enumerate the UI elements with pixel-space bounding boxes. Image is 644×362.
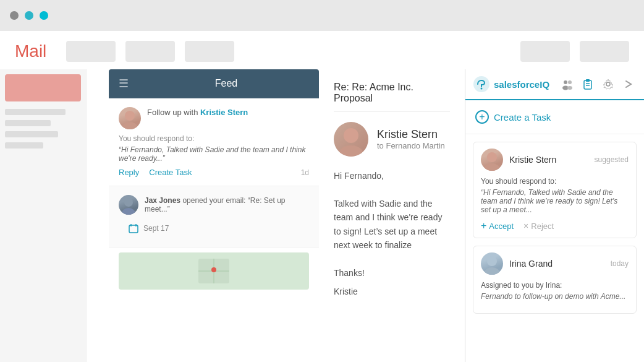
feed-respond-label-1: You should respond to: [119, 134, 309, 143]
clipboard-svg [582, 78, 594, 90]
kristie-avatar-svg [119, 107, 141, 129]
email-sender-row: Kristie Stern to Fernando Martin [334, 122, 450, 157]
calendar-icon [129, 223, 138, 233]
sfiq-gear-icon[interactable] [601, 75, 616, 93]
feed-item-2-header: Jax Jones opened your email: “Re: Set up… [119, 195, 309, 215]
create-task-label: Create a Task [494, 112, 551, 123]
suggestion-card-1-header: Kristie Stern suggested [473, 142, 636, 177]
suggestion-respond-label: You should respond to: [481, 177, 629, 186]
email-line-1: Hi Fernando, [334, 169, 450, 183]
jax-avatar-svg [119, 195, 138, 215]
traffic-light-minimize[interactable] [25, 11, 33, 20]
app-title: Mail [15, 41, 46, 61]
suggestion-actions-1: + Accept × Reject [481, 220, 629, 231]
suggestion-meta-2: today [611, 259, 629, 268]
svg-point-24 [487, 152, 497, 162]
svg-point-12 [339, 145, 363, 157]
accept-label: Accept [489, 222, 514, 231]
svg-point-18 [567, 86, 572, 90]
nav-btn-4[interactable] [520, 41, 570, 62]
compose-button-area[interactable] [5, 74, 81, 101]
feed-action-2: opened your email: [182, 196, 247, 205]
create-task-button[interactable]: + Create a Task [465, 100, 644, 134]
accept-plus-icon: + [481, 220, 486, 231]
sidebar-strip-3 [5, 131, 58, 137]
svg-point-27 [484, 267, 500, 275]
nav-btn-2[interactable] [125, 41, 175, 62]
sfiq-logo-text: salesforceIQ [494, 79, 549, 90]
svg-point-23 [606, 82, 610, 86]
sfiq-panel: salesforceIQ [465, 69, 644, 362]
email-body: Hi Fernando, Talked with Sadie and the t… [334, 169, 450, 299]
svg-point-3 [122, 208, 135, 215]
traffic-light-fullscreen[interactable] [40, 11, 48, 20]
arrow-svg [622, 78, 635, 90]
nav-btn-3[interactable] [185, 41, 234, 62]
sidebar-strip-1 [5, 109, 66, 115]
svg-point-14 [481, 88, 483, 90]
svg-point-2 [124, 198, 133, 207]
feed-date-2: Sept 17 [143, 224, 169, 233]
suggestion-meta-1: suggested [595, 155, 629, 164]
feed-create-task-btn[interactable]: Create Task [149, 168, 192, 177]
create-task-plus-icon: + [475, 110, 489, 124]
feed-avatar-jax [119, 195, 138, 215]
email-line-3: Talked with Sadie and the team and I thi… [334, 197, 450, 252]
email-content: Re: Re: Acme Inc. Proposal Kristie Stern… [319, 69, 465, 362]
sfiq-people-icon[interactable] [559, 75, 575, 93]
feed-reply-btn[interactable]: Reply [119, 168, 139, 177]
sfiq-clipboard-icon[interactable] [580, 75, 595, 93]
sender-avatar [334, 122, 368, 157]
email-line-5: Thanks! [334, 266, 450, 280]
svg-rect-20 [586, 79, 590, 82]
nav-btn-5[interactable] [580, 41, 629, 62]
svg-point-25 [484, 163, 500, 171]
email-subject: Re: Re: Acme Inc. Proposal [334, 82, 450, 112]
suggestion-body-1: You should respond to: “Hi Fernando, Tal… [473, 177, 636, 238]
feed-date-row: Sept 17 [119, 218, 309, 238]
people-svg [561, 78, 574, 90]
suggestion-quote-1: “Hi Fernando, Talked with Sadie and the … [481, 188, 629, 214]
sfiq-body: + Create a Task Kristie Stern suggest [465, 100, 644, 362]
header: Mail [0, 31, 644, 69]
sfiq-kristie-svg [481, 149, 503, 171]
suggestion-accept-btn[interactable]: + Accept [481, 220, 514, 231]
sender-to: to Fernando Martin [377, 141, 445, 150]
reject-label: Reject [531, 222, 554, 231]
gear-svg [602, 78, 614, 90]
feed-action-btns-1: Reply Create Task [119, 168, 192, 177]
traffic-light-close[interactable] [10, 11, 19, 20]
map-svg [198, 259, 229, 283]
feed-item-1-text: Follow up with Kristie Stern [147, 107, 248, 118]
nav-btn-1[interactable] [66, 41, 116, 62]
feed-action-text-1: Follow up with [147, 108, 200, 117]
sfiq-logo-icon [473, 75, 490, 93]
feed-quote-1: “Hi Fernando, Talked with Sadie and the … [119, 145, 309, 163]
feed-menu-icon[interactable]: ☰ [119, 77, 129, 90]
svg-point-1 [122, 122, 138, 129]
app-body: Mail ☰ Feed [0, 31, 644, 362]
svg-point-26 [487, 256, 497, 266]
sfiq-arrow-icon[interactable] [621, 75, 637, 93]
main-area: ☰ Feed Follow up with [0, 69, 644, 362]
suggestion-name-1: Kristie Stern [509, 155, 588, 165]
suggestion-card-2: Irina Grand today Assigned to you by Iri… [473, 246, 637, 314]
feed-item-1-actions: Reply Create Task 1d [119, 168, 309, 177]
sender-info: Kristie Stern to Fernando Martin [377, 128, 445, 150]
feed-panel: ☰ Feed Follow up with [109, 69, 319, 362]
suggestion-card-1: Kristie Stern suggested You should respo… [473, 142, 637, 238]
suggestion-card-2-header: Irina Grand today [473, 246, 636, 281]
svg-point-15 [564, 80, 567, 84]
feed-item-2-text: Jax Jones opened your email: “Re: Set up… [145, 196, 309, 213]
svg-point-10 [211, 267, 216, 272]
suggestion-reject-btn[interactable]: × Reject [523, 221, 554, 231]
sidebar-strip-4 [5, 142, 43, 149]
sender-avatar-svg [334, 122, 368, 157]
sfiq-irina-svg [481, 252, 503, 275]
suggestion-assigned-label: Assigned to you by Irina: [481, 281, 629, 290]
email-signature: Kristie [334, 285, 450, 298]
titlebar [0, 0, 644, 31]
feed-avatar-kristie [119, 107, 141, 129]
sfiq-logo: salesforceIQ [473, 75, 549, 93]
svg-point-17 [568, 80, 572, 84]
